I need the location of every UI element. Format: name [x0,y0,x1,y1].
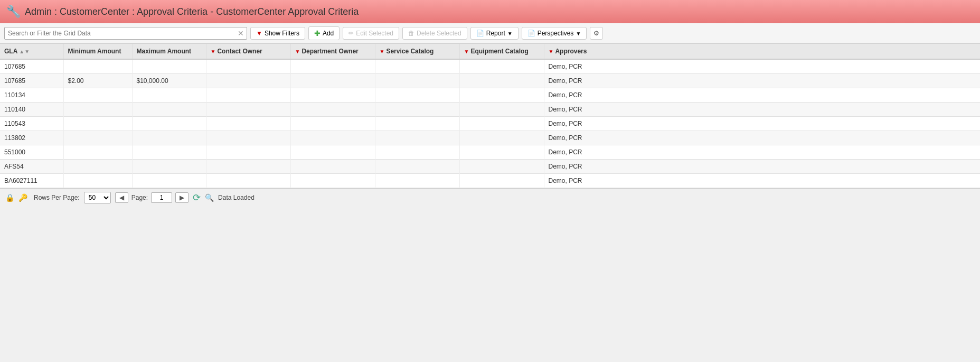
table-row[interactable]: 107685$2.00$10,000.00Demo, PCR [0,74,980,88]
search-input[interactable] [5,27,235,39]
pagination: ◀ Page: ▶ [115,192,189,203]
table-cell: Demo, PCR [544,117,980,131]
report-button[interactable]: 📄 Report ▼ [470,27,519,40]
table-cell [63,117,132,131]
table-cell [290,88,375,103]
filter-icon-dept: ▼ [295,49,300,54]
rows-per-page-select[interactable]: 50 10 25 100 [84,192,111,203]
table-cell: 110140 [0,103,63,117]
col-header-dept-owner[interactable]: ▼Department Owner [290,44,375,59]
table-cell [290,145,375,160]
search-wrap: ✕ [4,27,247,40]
table-cell: Demo, PCR [544,131,980,145]
page-label: Page: [131,194,148,201]
show-filters-button[interactable]: ▼ Show Filters [250,27,305,40]
col-header-service-catalog[interactable]: ▼Service Catalog [375,44,459,59]
prev-page-button[interactable]: ◀ [115,192,128,203]
col-header-equipment-catalog[interactable]: ▼Equipment Catalog [459,44,544,59]
table-cell [206,103,290,117]
data-table: GLA ▲▼ Minimum Amount Maximum Amount ▼Co… [0,44,980,188]
gear-icon: ⚙ [593,30,599,37]
search-clear-icon[interactable]: ✕ [235,29,247,38]
table-cell: Demo, PCR [544,88,980,103]
col-header-contact-owner[interactable]: ▼Contact Owner [206,44,290,59]
table-cell: $10,000.00 [132,74,206,88]
filter-icon-approvers: ▼ [549,49,554,54]
col-header-gla[interactable]: GLA ▲▼ [0,44,63,59]
col-header-min-amount: Minimum Amount [63,44,132,59]
delete-selected-button[interactable]: 🗑 Delete Selected [402,27,467,40]
table-cell: Demo, PCR [544,145,980,160]
table-row[interactable]: 110543Demo, PCR [0,117,980,131]
table-cell [206,59,290,74]
page-input[interactable] [151,192,172,203]
table-cell: 551000 [0,145,63,160]
tools-icon: 🔧 [6,5,21,18]
col-header-approvers[interactable]: ▼Approvers [544,44,980,59]
table-cell: 107685 [0,74,63,88]
footer: 🔒 🔑 Rows Per Page: 50 10 25 100 ◀ Page: … [0,188,980,207]
table-cell: Demo, PCR [544,103,980,117]
table-row[interactable]: BA6027111Demo, PCR [0,174,980,188]
table-cell [459,145,544,160]
table-cell [290,74,375,88]
table-cell [459,174,544,188]
table-cell [459,74,544,88]
refresh-button[interactable]: ⟳ [193,192,201,203]
status-text: Data Loaded [218,194,255,201]
table-cell [375,74,459,88]
table-cell [206,145,290,160]
table-cell [63,59,132,74]
table-row[interactable]: 113802Demo, PCR [0,131,980,145]
table-header: GLA ▲▼ Minimum Amount Maximum Amount ▼Co… [0,44,980,59]
table-cell: BA6027111 [0,174,63,188]
table-cell: 110543 [0,117,63,131]
table-cell [290,103,375,117]
table-cell: Demo, PCR [544,59,980,74]
add-button[interactable]: ✚ Add [308,26,340,40]
table-cell [375,145,459,160]
table-row[interactable]: 110134Demo, PCR [0,88,980,103]
table-cell [132,160,206,174]
table-cell [63,145,132,160]
add-icon: ✚ [314,29,321,38]
table-cell [206,160,290,174]
perspectives-button[interactable]: 📄 Perspectives ▼ [522,27,587,40]
edit-selected-button[interactable]: ✏ Edit Selected [343,27,399,40]
table-cell [290,59,375,74]
table-row[interactable]: 551000Demo, PCR [0,145,980,160]
table-cell [290,117,375,131]
perspectives-dropdown-icon: ▼ [576,31,581,36]
filter-icon-equip: ▼ [464,49,469,54]
lock-icon: 🔒 [5,193,14,202]
report-dropdown-icon: ▼ [507,31,513,36]
table-cell [132,145,206,160]
table-cell [375,174,459,188]
next-page-button[interactable]: ▶ [175,192,189,203]
table-cell: 107685 [0,59,63,74]
page-title: Admin : CustomerCenter : Approval Criter… [25,6,359,17]
table-cell [132,59,206,74]
search-icon[interactable]: 🔍 [205,193,214,202]
table-row[interactable]: 110140Demo, PCR [0,103,980,117]
report-icon: 📄 [476,30,484,37]
table-cell [375,103,459,117]
table-row[interactable]: AFS54Demo, PCR [0,160,980,174]
col-header-max-amount: Maximum Amount [132,44,206,59]
settings-button[interactable]: ⚙ [590,27,603,40]
table-cell [206,88,290,103]
table-cell: Demo, PCR [544,74,980,88]
rows-per-page-label: Rows Per Page: [34,194,80,201]
table-cell [206,117,290,131]
table-row[interactable]: 107685Demo, PCR [0,59,980,74]
table-cell [63,103,132,117]
table-cell [290,131,375,145]
table-cell: Demo, PCR [544,160,980,174]
table-cell [63,88,132,103]
table-cell [375,117,459,131]
table-cell [290,160,375,174]
table-cell: 110134 [0,88,63,103]
table-body: 107685Demo, PCR107685$2.00$10,000.00Demo… [0,59,980,188]
table-cell [290,174,375,188]
delete-icon: 🗑 [408,30,414,37]
